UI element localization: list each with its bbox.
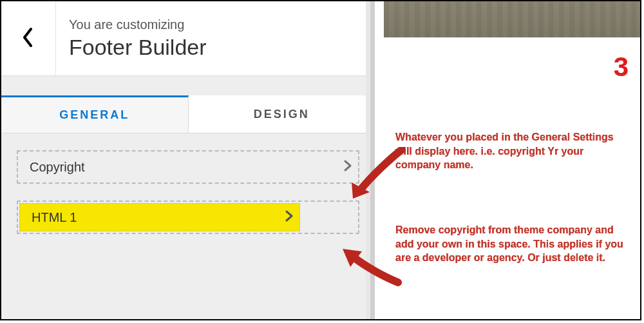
sidebar-scrollbar-strip <box>366 1 375 319</box>
control-copyright-label: Copyright <box>30 160 85 175</box>
customizer-tabs: GENERAL DESIGN <box>1 95 375 133</box>
chevron-right-icon <box>344 160 352 175</box>
tab-design-label: DESIGN <box>254 108 310 121</box>
control-html1-highlight: HTML 1 <box>19 203 300 231</box>
customizer-controls: Copyright HTML 1 <box>1 133 375 234</box>
customizer-title-block: You are customizing Footer Builder <box>56 17 207 60</box>
preview-hero-strip <box>384 1 640 37</box>
tab-design[interactable]: DESIGN <box>189 95 375 133</box>
control-row-copyright[interactable]: Copyright <box>17 150 359 184</box>
tab-general-label: GENERAL <box>59 108 129 122</box>
control-html1-label: HTML 1 <box>32 210 77 225</box>
preview-pane: 3 Whatever you placed in the General Set… <box>384 1 640 319</box>
chevron-right-icon <box>285 210 293 225</box>
screenshot-canvas: You are customizing Footer Builder GENER… <box>0 0 641 320</box>
customizer-title: Footer Builder <box>69 35 207 60</box>
customizer-header: You are customizing Footer Builder <box>1 1 375 76</box>
chevron-left-icon <box>22 28 35 50</box>
annotation-bottom: Remove copyright from theme company and … <box>395 223 627 265</box>
tab-general[interactable]: GENERAL <box>1 95 189 133</box>
step-number: 3 <box>614 52 629 83</box>
back-button[interactable] <box>1 1 56 75</box>
customizer-subtitle: You are customizing <box>69 17 207 32</box>
customizer-sidebar: You are customizing Footer Builder GENER… <box>1 1 375 319</box>
control-row-html1[interactable]: HTML 1 <box>17 201 359 234</box>
annotation-top: Whatever you placed in the General Setti… <box>395 130 627 172</box>
